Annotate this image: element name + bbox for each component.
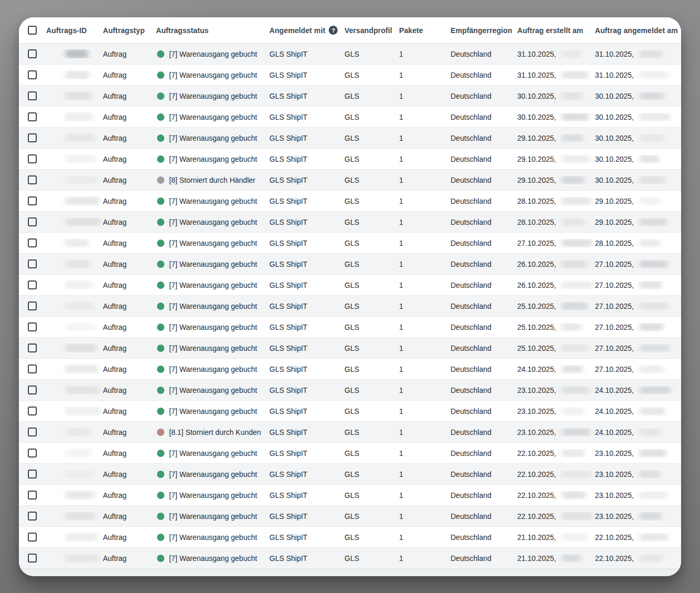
table-row[interactable]: Auftrag [7] Warenausgang gebucht GLS Shi… xyxy=(19,233,681,254)
registered-date: 23.10.2025, xyxy=(595,491,634,500)
table-row[interactable]: Auftrag [8.1] Storniert durch Kunden GLS… xyxy=(19,422,681,443)
row-checkbox[interactable] xyxy=(28,365,37,373)
column-header-angemeldet-mit-label: Angemeldet mit xyxy=(269,26,325,35)
redacted-registered-time xyxy=(639,533,668,541)
order-id-cell xyxy=(46,533,103,542)
table-row[interactable]: Auftrag [7] Warenausgang gebucht GLS Shi… xyxy=(19,65,681,86)
table-row[interactable]: Auftrag [7] Warenausgang gebucht GLS Shi… xyxy=(19,485,681,506)
shipping-profile-cell: GLS xyxy=(344,386,399,394)
column-header-auftrag-erstellt-am[interactable]: Auftrag erstellt am xyxy=(517,26,595,35)
column-header-angemeldet-mit[interactable]: Angemeldet mit ? xyxy=(269,26,344,35)
order-type-cell: Auftrag xyxy=(103,197,156,205)
row-select-cell xyxy=(19,301,46,310)
created-at-cell: 25.10.2025, xyxy=(517,323,595,331)
table-row[interactable]: Auftrag [7] Warenausgang gebucht GLS Shi… xyxy=(19,338,681,359)
row-checkbox[interactable] xyxy=(28,428,37,436)
created-date: 29.10.2025, xyxy=(517,176,556,184)
row-checkbox[interactable] xyxy=(28,512,37,521)
row-checkbox[interactable] xyxy=(28,238,37,247)
column-header-auftragstyp[interactable]: Auftragstyp xyxy=(103,26,156,35)
redacted-created-time xyxy=(561,512,593,520)
table-row[interactable]: Auftrag [7] Warenausgang gebucht GLS Shi… xyxy=(19,380,681,401)
table-row[interactable]: Auftrag [7] Warenausgang gebucht GLS Shi… xyxy=(19,212,681,233)
created-date: 31.10.2025, xyxy=(517,71,556,79)
row-checkbox[interactable] xyxy=(28,112,37,121)
table-row[interactable]: Auftrag [7] Warenausgang gebucht GLS Shi… xyxy=(19,548,681,569)
order-type-cell: Auftrag xyxy=(103,239,156,247)
row-checkbox[interactable] xyxy=(28,175,37,184)
packages-cell: 1 xyxy=(399,554,451,563)
column-header-auftrags-id[interactable]: Auftrags-ID xyxy=(46,26,103,35)
table-row[interactable]: Auftrag [7] Warenausgang gebucht GLS Shi… xyxy=(19,359,681,380)
row-checkbox[interactable] xyxy=(28,533,37,542)
created-date: 22.10.2025, xyxy=(517,470,556,478)
column-header-pakete[interactable]: Pakete xyxy=(399,26,451,35)
table-row[interactable]: Auftrag [7] Warenausgang gebucht GLS Shi… xyxy=(19,506,681,527)
select-all-checkbox[interactable] xyxy=(28,26,37,35)
row-checkbox[interactable] xyxy=(28,259,37,268)
table-row[interactable]: Auftrag [7] Warenausgang gebucht GLS Shi… xyxy=(19,464,681,485)
packages-cell: 1 xyxy=(399,281,451,289)
redacted-created-time xyxy=(561,365,583,373)
row-checkbox[interactable] xyxy=(28,470,37,478)
row-checkbox[interactable] xyxy=(28,554,37,563)
row-checkbox[interactable] xyxy=(28,49,37,58)
status-dot-icon xyxy=(157,219,164,226)
table-row[interactable]: Auftrag [7] Warenausgang gebucht GLS Shi… xyxy=(19,44,681,65)
column-header-auftrag-angemeldet-am[interactable]: Auftrag angemeldet am xyxy=(595,26,681,35)
table-row[interactable]: Auftrag [7] Warenausgang gebucht GLS Shi… xyxy=(19,527,681,548)
table-row[interactable]: Auftrag [7] Warenausgang gebucht GLS Shi… xyxy=(19,296,681,317)
row-select-cell xyxy=(19,470,46,478)
column-header-auftragsstatus[interactable]: Auftragsstatus xyxy=(156,26,269,35)
registered-with-cell: GLS ShipIT xyxy=(269,407,344,415)
row-checkbox[interactable] xyxy=(28,154,37,163)
row-checkbox[interactable] xyxy=(28,70,37,79)
table-row[interactable]: Auftrag [7] Warenausgang gebucht GLS Shi… xyxy=(19,254,681,275)
status-label: [7] Warenausgang gebucht xyxy=(169,323,257,331)
registered-date: 30.10.2025, xyxy=(595,134,634,142)
row-checkbox[interactable] xyxy=(28,196,37,205)
table-row[interactable]: Auftrag [7] Warenausgang gebucht GLS Shi… xyxy=(19,128,681,149)
column-header-empfaengerregion[interactable]: Empfängerregion xyxy=(451,26,517,35)
row-checkbox[interactable] xyxy=(28,449,37,457)
row-checkbox[interactable] xyxy=(28,91,37,100)
table-row[interactable]: Auftrag [7] Warenausgang gebucht GLS Shi… xyxy=(19,275,681,296)
registered-date: 23.10.2025, xyxy=(595,512,634,521)
row-checkbox[interactable] xyxy=(28,491,37,500)
redacted-registered-time xyxy=(639,239,661,247)
table-row[interactable]: Auftrag [8] Storniert durch Händler GLS … xyxy=(19,170,681,191)
row-checkbox[interactable] xyxy=(28,301,37,310)
table-row[interactable]: Auftrag [7] Warenausgang gebucht GLS Shi… xyxy=(19,401,681,422)
table-row[interactable]: Auftrag [7] Warenausgang gebucht GLS Shi… xyxy=(19,149,681,170)
registered-date: 23.10.2025, xyxy=(595,470,634,478)
table-row[interactable]: Auftrag [7] Warenausgang gebucht GLS Shi… xyxy=(19,443,681,464)
redacted-registered-time xyxy=(639,155,659,163)
packages-cell: 1 xyxy=(399,92,451,100)
redacted-registered-time xyxy=(639,428,660,436)
row-checkbox[interactable] xyxy=(28,217,37,226)
created-at-cell: 26.10.2025, xyxy=(517,260,595,268)
table-row[interactable]: Auftrag [7] Warenausgang gebucht GLS Shi… xyxy=(19,107,681,128)
row-checkbox[interactable] xyxy=(28,386,37,394)
row-checkbox[interactable] xyxy=(28,280,37,289)
row-checkbox[interactable] xyxy=(28,344,37,352)
packages-cell: 1 xyxy=(399,407,451,415)
table-bottom-scrollbar-track[interactable] xyxy=(19,569,681,576)
row-checkbox[interactable] xyxy=(28,133,37,142)
shipping-profile-cell: GLS xyxy=(344,533,399,542)
order-id-cell xyxy=(46,196,103,205)
order-id-cell xyxy=(46,154,103,163)
table-row[interactable]: Auftrag [7] Warenausgang gebucht GLS Shi… xyxy=(19,317,681,338)
column-header-versandprofil[interactable]: Versandprofil xyxy=(344,26,399,35)
order-status-cell: [7] Warenausgang gebucht xyxy=(156,470,269,478)
table-row[interactable]: Auftrag [7] Warenausgang gebucht GLS Shi… xyxy=(19,191,681,212)
created-at-cell: 26.10.2025, xyxy=(517,281,595,289)
row-checkbox[interactable] xyxy=(28,322,37,331)
registered-with-cell: GLS ShipIT xyxy=(269,176,344,184)
status-dot-icon xyxy=(157,134,164,142)
help-icon[interactable]: ? xyxy=(329,26,338,35)
order-type-cell: Auftrag xyxy=(103,176,156,184)
table-row[interactable]: Auftrag [7] Warenausgang gebucht GLS Shi… xyxy=(19,86,681,107)
registered-at-cell: 29.10.2025, xyxy=(595,218,681,226)
row-checkbox[interactable] xyxy=(28,407,37,415)
